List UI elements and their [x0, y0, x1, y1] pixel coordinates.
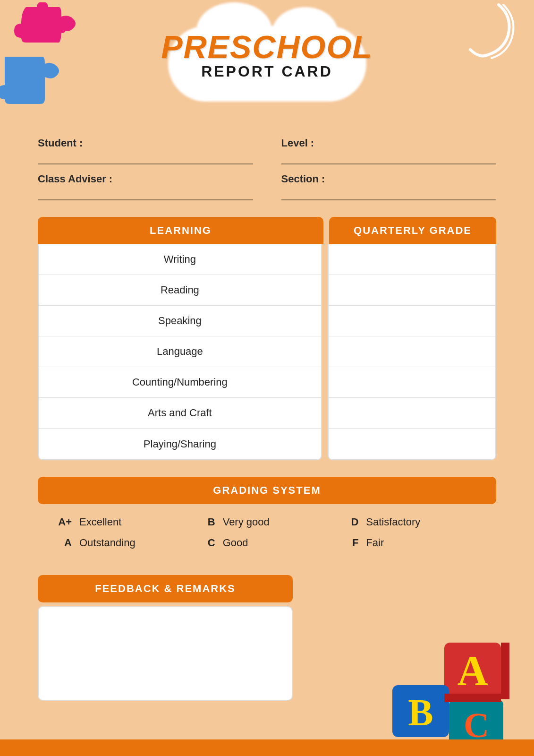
- table-headers: LEARNING QUARTERLY GRADE: [38, 217, 496, 244]
- adviser-label: Class Adviser :: [38, 173, 253, 185]
- grade-row-3[interactable]: [329, 306, 495, 336]
- main-content: Student : Level : Class Adviser : Sectio…: [38, 137, 496, 701]
- grade-header: QUARTERLY GRADE: [329, 217, 496, 244]
- subject-writing: Writing: [39, 244, 321, 275]
- svg-text:A: A: [458, 647, 488, 694]
- adviser-field: Class Adviser :: [38, 173, 253, 200]
- grade-desc-aplus: Excellent: [79, 516, 121, 528]
- grade-col-3: D Satisfactory F Fair: [343, 516, 477, 549]
- grade-row-4[interactable]: [329, 336, 495, 367]
- grade-letter-c: C: [200, 537, 215, 549]
- subject-arts: Arts and Craft: [39, 398, 321, 429]
- svg-text:C: C: [464, 705, 489, 742]
- grade-row-6[interactable]: [329, 398, 495, 429]
- subject-reading: Reading: [39, 275, 321, 306]
- svg-text:B: B: [408, 692, 433, 733]
- grade-letter-d: D: [343, 516, 358, 528]
- grade-row-2[interactable]: [329, 275, 495, 306]
- subject-speaking: Speaking: [39, 306, 321, 336]
- header-section: PRESCHOOL REPORT CARD: [0, 28, 534, 80]
- grade-column: [328, 244, 496, 460]
- grading-section: GRADING SYSTEM A+ Excellent A Outstandin…: [38, 477, 496, 561]
- grade-desc-c: Good: [223, 537, 248, 549]
- grade-desc-a: Outstanding: [79, 537, 136, 549]
- title-report-card: REPORT CARD: [201, 63, 333, 80]
- grade-desc-d: Satisfactory: [366, 516, 420, 528]
- grade-d: D Satisfactory: [343, 516, 477, 528]
- section-label: Section :: [281, 173, 497, 185]
- title-preschool: PRESCHOOL: [161, 28, 373, 65]
- table-body: Writing Reading Speaking Language Counti…: [38, 244, 496, 460]
- learning-column: Writing Reading Speaking Language Counti…: [38, 244, 322, 460]
- student-field: Student :: [38, 137, 253, 164]
- grade-aplus: A+ Excellent: [57, 516, 191, 528]
- section-field: Section :: [281, 173, 497, 200]
- level-label: Level :: [281, 137, 497, 149]
- adviser-info-row: Class Adviser : Section :: [38, 173, 496, 200]
- student-info-row: Student : Level :: [38, 137, 496, 164]
- grade-col-1: A+ Excellent A Outstanding: [57, 516, 191, 549]
- section-input[interactable]: [281, 187, 497, 200]
- abc-blocks-decoration: A B C: [392, 638, 515, 742]
- bottom-bar: [0, 739, 534, 756]
- grade-col-2: B Very good C Good: [200, 516, 334, 549]
- grade-letter-b: B: [200, 516, 215, 528]
- svg-rect-8: [444, 694, 501, 702]
- adviser-input[interactable]: [38, 187, 253, 200]
- student-label: Student :: [38, 137, 253, 149]
- grade-letter-aplus: A+: [57, 516, 72, 528]
- grade-desc-b: Very good: [223, 516, 270, 528]
- grade-c: C Good: [200, 537, 334, 549]
- grade-letter-a: A: [57, 537, 72, 549]
- grade-row-1[interactable]: [329, 244, 495, 275]
- grade-row-7[interactable]: [329, 429, 495, 459]
- grading-grid: A+ Excellent A Outstanding B Very good C…: [38, 504, 496, 561]
- grade-b: B Very good: [200, 516, 334, 528]
- learning-table-section: LEARNING QUARTERLY GRADE Writing Reading…: [38, 217, 496, 460]
- feedback-header: FEEDBACK & REMARKS: [38, 575, 293, 602]
- student-input[interactable]: [38, 151, 253, 164]
- grade-a: A Outstanding: [57, 537, 191, 549]
- subject-playing: Playing/Sharing: [39, 429, 321, 459]
- grade-f: F Fair: [343, 537, 477, 549]
- subject-counting: Counting/Numbering: [39, 367, 321, 398]
- grade-desc-f: Fair: [366, 537, 384, 549]
- grade-row-5[interactable]: [329, 367, 495, 398]
- level-input[interactable]: [281, 151, 497, 164]
- grade-letter-f: F: [343, 537, 358, 549]
- grading-header: GRADING SYSTEM: [38, 477, 496, 504]
- feedback-box[interactable]: [38, 606, 293, 701]
- subject-language: Language: [39, 336, 321, 367]
- learning-header: LEARNING: [38, 217, 323, 244]
- abc-blocks-icon: A B C: [392, 638, 515, 742]
- level-field: Level :: [281, 137, 497, 164]
- svg-rect-7: [501, 643, 509, 699]
